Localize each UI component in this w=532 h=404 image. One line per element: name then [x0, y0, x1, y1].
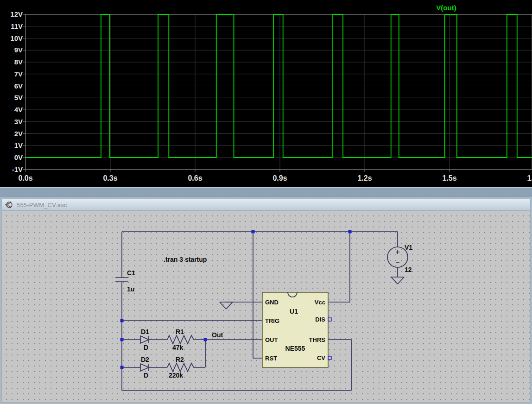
x-tick-label: 1.2s: [357, 174, 372, 182]
junction: [120, 319, 124, 322]
resistor-symbol[interactable]: [167, 363, 195, 372]
component-v1[interactable]: V1 12: [387, 244, 412, 273]
x-tick-label: 1.5s: [442, 174, 456, 182]
spice-directive[interactable]: .tran 3 startup: [164, 256, 207, 263]
y-tick-label: 5V: [14, 94, 23, 101]
component-c1[interactable]: C1 1u: [115, 269, 135, 293]
junction: [120, 338, 124, 341]
y-tick-label: 12V: [10, 10, 23, 18]
pin-label-out: OUT: [265, 336, 278, 343]
pin-label-thrs: THRS: [309, 336, 326, 343]
waveform-plot[interactable]: 12V11V10V9V8V7V6V5V4V3V2V1V0V-1V0.0s0.3s…: [0, 0, 532, 187]
pane-separator[interactable]: [0, 187, 532, 198]
pin-label-rst: RST: [265, 355, 277, 362]
component-r1[interactable]: R1 47k: [167, 328, 195, 351]
c1-ref: C1: [127, 269, 135, 277]
net-label-out[interactable]: Out: [212, 331, 223, 339]
wire-rst[interactable]: [253, 232, 262, 358]
y-tick-label: 1V: [14, 141, 23, 149]
y-tick-label: 6V: [14, 82, 23, 90]
schematic-file-icon: [5, 201, 14, 208]
open-pin-dis[interactable]: [328, 318, 331, 321]
pin-label-gnd: GND: [265, 299, 279, 306]
wire-d2-row[interactable]: [122, 340, 205, 367]
y-tick-label: 9V: [14, 46, 23, 54]
y-tick-label: 2V: [14, 130, 23, 138]
junction: [252, 230, 255, 234]
component-d2[interactable]: D2 D: [140, 356, 149, 379]
schematic-drawing[interactable]: C1 1u V1 12 D1 D R1 47k: [2, 211, 531, 403]
pin-label-vcc: Vcc: [315, 299, 325, 306]
v1-ref: V1: [405, 244, 412, 251]
r1-value: 47k: [172, 344, 184, 351]
y-tick-label: 10V: [10, 34, 23, 42]
junction: [348, 230, 352, 234]
x-tick-label: 1.8s: [527, 174, 532, 182]
pin-label-dis: DIS: [315, 316, 325, 323]
y-tick-label: 11V: [11, 22, 23, 30]
pin-label-trig: TRIG: [265, 317, 279, 324]
c1-value: 1u: [127, 285, 134, 293]
junction: [204, 338, 207, 341]
v1-value: 12: [405, 266, 412, 273]
x-tick-label: 0.9s: [272, 174, 287, 182]
ltspice-window: { "window": { "schematic_tab_title": "55…: [0, 0, 532, 404]
y-tick-label: 8V: [14, 58, 23, 66]
waveform-pane[interactable]: 12V11V10V9V8V7V6V5V4V3V2V1V0V-1V0.0s0.3s…: [0, 0, 532, 187]
schematic-titlebar[interactable]: 555-PWM_CV.asc: [1, 199, 531, 211]
y-tick-label: -1V: [12, 165, 23, 173]
ground-symbol-chip[interactable]: [220, 302, 233, 309]
x-tick-label: 0.6s: [188, 174, 202, 182]
plus-mark: [396, 250, 399, 254]
schematic-canvas[interactable]: C1 1u V1 12 D1 D R1 47k: [1, 211, 531, 403]
component-u1-ne555[interactable]: GND TRIG OUT RST Vcc DIS THRS CV U1 NE55…: [262, 292, 331, 367]
component-r2[interactable]: R2 220k: [167, 356, 195, 379]
resistor-symbol[interactable]: [167, 335, 195, 344]
d1-ref: D1: [141, 328, 149, 335]
junction: [120, 366, 124, 369]
d2-value: D: [144, 372, 148, 379]
plot-frame: [25, 14, 532, 170]
y-tick-label: 3V: [14, 118, 23, 126]
pin-label-cv: CV: [317, 354, 325, 361]
schematic-window: 555-PWM_CV.asc: [0, 197, 532, 404]
capacitor-symbol[interactable]: [115, 278, 128, 282]
wire-thrs[interactable]: [328, 340, 351, 391]
r2-ref: R2: [176, 356, 184, 363]
y-tick-label: 7V: [14, 70, 23, 78]
d1-value: D: [144, 344, 148, 351]
d2-ref: D2: [141, 356, 149, 363]
x-tick-label: 0.3s: [103, 174, 117, 182]
ground-symbol-v1[interactable]: [391, 277, 404, 284]
schematic-tab-title: 555-PWM_CV.asc: [17, 202, 67, 208]
diode-symbol[interactable]: [140, 364, 149, 371]
y-tick-label: 4V: [14, 106, 23, 114]
wire-vcc[interactable]: [328, 232, 350, 302]
u1-ref: U1: [290, 308, 298, 315]
r1-ref: R1: [176, 328, 184, 335]
r2-value: 220k: [169, 372, 183, 379]
u1-part: NE555: [285, 345, 305, 352]
open-pin-cv[interactable]: [328, 356, 331, 360]
y-tick-label: 0V: [14, 153, 23, 161]
x-tick-label: 0.0s: [18, 174, 32, 182]
diode-symbol[interactable]: [140, 336, 149, 343]
component-d1[interactable]: D1 D: [140, 328, 149, 351]
trace-label[interactable]: V(out): [436, 4, 456, 12]
